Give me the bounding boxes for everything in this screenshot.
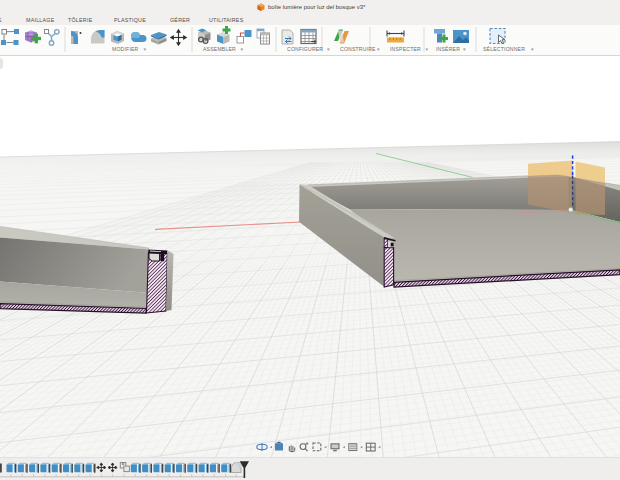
svg-text:INSÉRER: INSÉRER <box>436 46 460 52</box>
svg-text:UTILITAIRES: UTILITAIRES <box>209 17 244 23</box>
svg-text:▾: ▾ <box>426 46 429 52</box>
svg-text:GÉRER: GÉRER <box>170 17 190 23</box>
svg-text:INSPECTER: INSPECTER <box>390 46 421 52</box>
svg-text:▾: ▾ <box>327 46 330 52</box>
svg-text:ASSEMBLER: ASSEMBLER <box>203 46 236 52</box>
svg-text:▾: ▾ <box>531 46 534 52</box>
svg-text:SÉLECTIONNER: SÉLECTIONNER <box>483 46 525 52</box>
svg-text:PLASTIQUE: PLASTIQUE <box>114 17 146 23</box>
svg-text:TÔLERIE: TÔLERIE <box>68 17 93 23</box>
svg-text:MAILLAGE: MAILLAGE <box>26 17 55 23</box>
svg-text:E: E <box>0 17 2 23</box>
svg-text:▾: ▾ <box>241 46 244 52</box>
svg-text:MODIFIER: MODIFIER <box>112 46 139 52</box>
svg-text:boîte lumière pour luz del bos: boîte lumière pour luz del bosque v3* <box>268 4 366 10</box>
svg-text:▾: ▾ <box>463 46 466 52</box>
svg-text:CONSTRUIRE: CONSTRUIRE <box>340 46 376 52</box>
svg-text:▾: ▾ <box>377 46 380 52</box>
svg-text:CONFIGURER: CONFIGURER <box>287 46 323 52</box>
svg-text:▾: ▾ <box>144 46 147 52</box>
